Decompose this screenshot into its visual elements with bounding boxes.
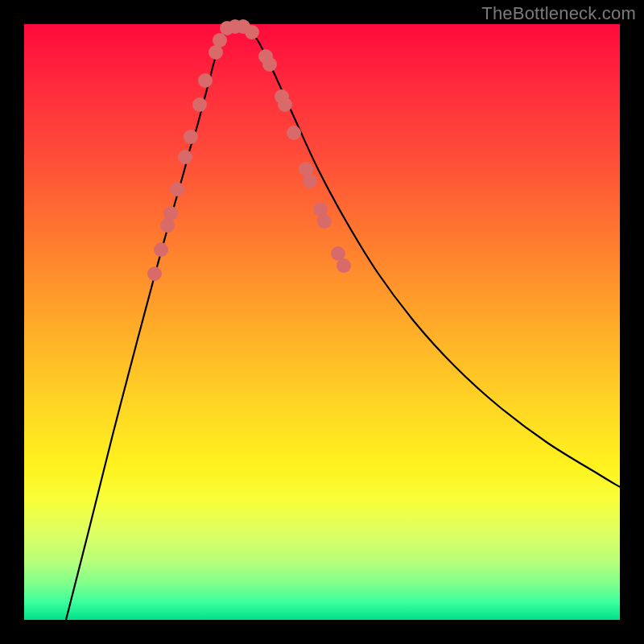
plot-area bbox=[24, 24, 620, 620]
watermark-text: TheBottleneck.com bbox=[481, 3, 636, 24]
highlight-dot bbox=[303, 174, 317, 188]
highlight-dots bbox=[147, 19, 351, 281]
highlight-dot bbox=[147, 266, 162, 281]
bottleneck-curve bbox=[66, 25, 620, 620]
highlight-dot bbox=[278, 97, 292, 112]
highlight-dot bbox=[213, 33, 227, 47]
highlight-dot bbox=[178, 150, 192, 164]
highlight-dot bbox=[170, 182, 184, 196]
highlight-dot bbox=[154, 242, 168, 257]
highlight-dot bbox=[262, 57, 277, 72]
highlight-dot bbox=[198, 73, 213, 88]
highlight-dot bbox=[163, 206, 178, 221]
highlight-dot bbox=[287, 126, 301, 140]
curve-svg bbox=[24, 24, 620, 620]
highlight-dot bbox=[317, 214, 332, 229]
highlight-dot bbox=[245, 25, 259, 39]
chart-frame: TheBottleneck.com bbox=[0, 0, 644, 644]
highlight-dot bbox=[192, 97, 207, 112]
highlight-dot bbox=[336, 258, 351, 273]
highlight-dot bbox=[184, 130, 198, 144]
